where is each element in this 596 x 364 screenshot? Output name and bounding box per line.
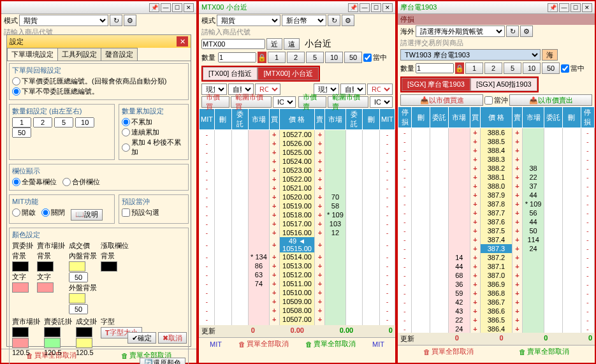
dom-row[interactable]: -+10524.00+- <box>200 157 395 166</box>
close-button[interactable]: ✕ <box>582 3 592 12</box>
ioc-sel[interactable]: IOC <box>370 96 393 108</box>
qty2[interactable] <box>33 117 52 127</box>
qbtn[interactable]: 50 <box>344 52 362 63</box>
dom-row[interactable]: -86+10513.00+- <box>200 261 395 270</box>
qty-input[interactable] <box>416 63 454 73</box>
radio-noid[interactable] <box>12 87 20 96</box>
min-button[interactable]: — <box>360 3 370 12</box>
dom-row[interactable]: -+10517.00+103- <box>200 219 395 228</box>
cols-merge[interactable] <box>62 178 71 186</box>
cancel-all-buy[interactable]: 🗑 買單全部取消 <box>423 347 474 356</box>
dom-row[interactable]: -+10521.00+- <box>200 184 395 193</box>
qty3[interactable] <box>54 117 73 127</box>
swatch[interactable] <box>12 261 29 272</box>
acc-cont[interactable] <box>122 128 130 136</box>
refresh-icon[interactable]: ↻ <box>506 25 519 37</box>
dom-row[interactable]: -14+387.2+- <box>398 253 595 262</box>
dom-row[interactable]: -+388.5+- <box>398 137 595 146</box>
dom-row[interactable]: -+10518.00+* 109- <box>200 210 395 219</box>
pin-button[interactable]: 📌 <box>149 3 159 12</box>
dom-row[interactable]: -+388.1+22- <box>398 173 595 182</box>
dom-row[interactable]: -+10507.00+- <box>200 315 395 324</box>
dom-row[interactable]: -+388.0+37- <box>398 182 595 191</box>
dom-row[interactable]: -+10525.00+- <box>200 148 395 157</box>
tab-tx00[interactable]: [TX00] 台指近 <box>203 67 258 80</box>
cols-full[interactable] <box>12 178 20 186</box>
qty1[interactable] <box>12 117 31 127</box>
dom-row[interactable]: -+10516.00+12- <box>200 228 395 237</box>
dom-row[interactable]: -+10526.00+- <box>200 139 395 148</box>
close-button[interactable]: ✕ <box>184 3 194 12</box>
swatch[interactable] <box>37 261 54 272</box>
dom-row[interactable]: -59+386.8+- <box>398 289 595 298</box>
refresh-icon[interactable]: ↻ <box>110 15 122 26</box>
dom-row[interactable]: -+10509.00+- <box>200 297 395 306</box>
close-button[interactable]: ✕ <box>382 3 393 12</box>
pin-button[interactable]: 📌 <box>548 3 558 12</box>
dom-row[interactable]: -+387.8+* 109- <box>398 200 595 208</box>
dom-row[interactable]: -42+386.7+- <box>398 298 595 307</box>
gear-icon[interactable]: ⚙ <box>520 25 533 37</box>
swatch[interactable] <box>37 282 54 293</box>
tab-toolbar[interactable]: 工具列設定 <box>57 48 101 61</box>
lock-icon[interactable]: 🔒 <box>455 62 464 74</box>
qty5[interactable] <box>12 127 31 138</box>
mkt-buy[interactable]: 市價買 <box>201 96 229 108</box>
qbtn[interactable]: 1 <box>268 52 286 63</box>
qbtn[interactable]: 5 <box>504 62 521 74</box>
dom-row[interactable]: -22+386.5+- <box>398 316 595 324</box>
swatch[interactable] <box>101 261 117 272</box>
far-button[interactable]: 遠 <box>284 38 300 50</box>
dom-row[interactable]: -+387.4+114- <box>398 235 595 244</box>
dom-row[interactable]: -36+386.9+- <box>398 280 595 289</box>
qbtn[interactable]: 10 <box>523 62 541 74</box>
swatch[interactable] <box>69 293 85 303</box>
reset-colors-button[interactable]: 🔄 還原顏色 <box>140 358 185 365</box>
dom-row[interactable]: -* 134+10514.00+- <box>200 252 395 261</box>
account-select[interactable]: 請選擇海外期貨帳號 <box>416 25 505 37</box>
qbtn[interactable]: 50 <box>542 62 560 74</box>
dom-row[interactable]: -68+387.0+- <box>398 271 595 280</box>
ok-button[interactable]: ✔ 確定 <box>127 332 156 344</box>
mit-buy[interactable]: MIT <box>210 339 222 349</box>
cancel-all-sell[interactable]: 🗑 賣單全部取消 <box>305 339 356 349</box>
dom-row[interactable]: -+10508.00+- <box>200 306 395 315</box>
tab-sgx2[interactable]: [SGX] A50指1903 <box>470 78 537 91</box>
dom-row[interactable]: -+10522.00+- <box>200 175 395 184</box>
max-button[interactable]: ☐ <box>571 3 581 12</box>
dom-row[interactable]: -+387.5+50- <box>398 226 595 235</box>
mit-off[interactable] <box>41 208 50 217</box>
range-buy[interactable]: 範圍市價買 <box>231 96 272 108</box>
swatch[interactable] <box>12 338 29 348</box>
tab-mtx00[interactable]: [MTX00] 小台近 <box>258 67 319 80</box>
preday-chk[interactable] <box>122 208 130 217</box>
dom-row[interactable]: -+388.3+- <box>398 155 595 164</box>
pin-button[interactable]: 📌 <box>348 3 358 12</box>
qbtn[interactable]: 1 <box>465 62 483 74</box>
qbtn[interactable]: 10 <box>325 52 343 63</box>
cancel-all-buy[interactable]: 🗑 買單全部取消 <box>238 339 289 349</box>
outswatch[interactable] <box>69 304 88 314</box>
dialog-close-icon[interactable]: ✕ <box>177 36 188 47</box>
dom-row[interactable]: -+10527.00+- <box>200 130 395 139</box>
symbol-select[interactable]: TW1903 摩台電1903 <box>400 49 541 61</box>
market-buy-button[interactable]: 📥 以市價買進 <box>400 94 483 106</box>
mode-select[interactable]: 期貨 <box>19 15 108 26</box>
mit-help-button[interactable]: 📖 說明 <box>71 209 103 221</box>
acc-4s[interactable] <box>122 143 130 152</box>
tab-sound[interactable]: 聲音設定 <box>101 48 138 61</box>
dom-row[interactable]: -+388.6+- <box>398 128 595 137</box>
dom-row[interactable]: -+387.3+24- <box>398 244 595 253</box>
swatch[interactable] <box>69 261 85 272</box>
mode-select[interactable]: 期貨 <box>217 15 280 26</box>
swatch[interactable] <box>12 282 29 293</box>
min-button[interactable]: — <box>161 3 171 12</box>
swatch[interactable] <box>44 327 61 337</box>
daytrade-chk[interactable] <box>561 64 569 73</box>
qty4[interactable] <box>75 117 94 127</box>
mit-on[interactable] <box>12 208 20 217</box>
market-sell-button[interactable]: 📤 以市價賣出 <box>509 94 592 106</box>
qbtn[interactable]: 2 <box>287 52 305 63</box>
acc-none[interactable] <box>122 118 130 126</box>
swatch[interactable] <box>44 338 61 348</box>
